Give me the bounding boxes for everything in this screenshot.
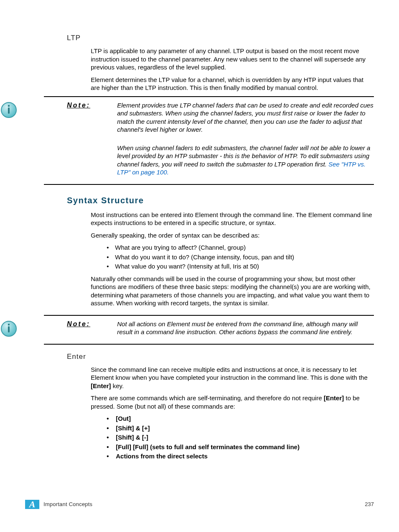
syntax-paragraph-1: Most instructions can be entered into El…	[91, 211, 374, 227]
note2-paragraph-1: Not all actions on Element must be enter…	[117, 320, 374, 336]
divider	[44, 315, 374, 316]
note1-paragraph-2: When using channel faders to edit submas…	[117, 144, 374, 176]
syntax-bullet-list: What are you trying to affect? (Channel,…	[103, 243, 374, 271]
list-item: Actions from the direct selects	[103, 452, 374, 460]
appendix-badge: A	[25, 500, 39, 509]
list-item: [Full] [Full] (sets to full and self ter…	[103, 443, 374, 451]
note-label: Note:	[67, 320, 117, 329]
footer-section-title: Important Concepts	[43, 501, 92, 508]
ltp-paragraph-2: Element determines the LTP value for a c…	[91, 76, 374, 92]
svg-rect-2	[8, 107, 10, 114]
heading-enter: Enter	[67, 352, 374, 361]
list-item: What are you trying to affect? (Channel,…	[103, 243, 374, 252]
info-icon	[0, 101, 18, 119]
note1-paragraph-1: Element provides true LTP channel faders…	[117, 101, 374, 134]
divider	[44, 344, 374, 345]
ltp-paragraph-1: LTP is applicable to any parameter of an…	[91, 47, 374, 72]
heading-syntax-structure: Syntax Structure	[67, 195, 374, 206]
list-item: What value do you want? (Intensity at fu…	[103, 262, 374, 271]
heading-ltp: LTP	[67, 33, 374, 43]
divider	[44, 184, 374, 185]
svg-point-1	[8, 105, 10, 106]
enter-paragraph-2: There are some commands which are self-t…	[91, 394, 374, 410]
list-item: What do you want it to do? (Change inten…	[103, 253, 374, 261]
svg-rect-5	[8, 326, 10, 332]
list-item: [Shift] & [+]	[103, 424, 374, 432]
page-footer: A Important Concepts 237	[25, 500, 374, 509]
divider	[44, 96, 374, 97]
enter-bullet-list: [Out] [Shift] & [+] [Shift] & [-] [Full]…	[103, 414, 374, 460]
svg-point-4	[8, 323, 10, 325]
list-item: [Shift] & [-]	[103, 433, 374, 442]
info-icon	[0, 320, 18, 338]
note-label: Note:	[67, 101, 117, 110]
syntax-paragraph-3: Naturally other commands will be used in…	[91, 275, 374, 307]
enter-paragraph-1: Since the command line can receive multi…	[91, 366, 374, 390]
syntax-paragraph-2: Generally speaking, the order of syntax …	[91, 231, 374, 240]
page-number: 237	[365, 501, 374, 508]
list-item: [Out]	[103, 414, 374, 423]
